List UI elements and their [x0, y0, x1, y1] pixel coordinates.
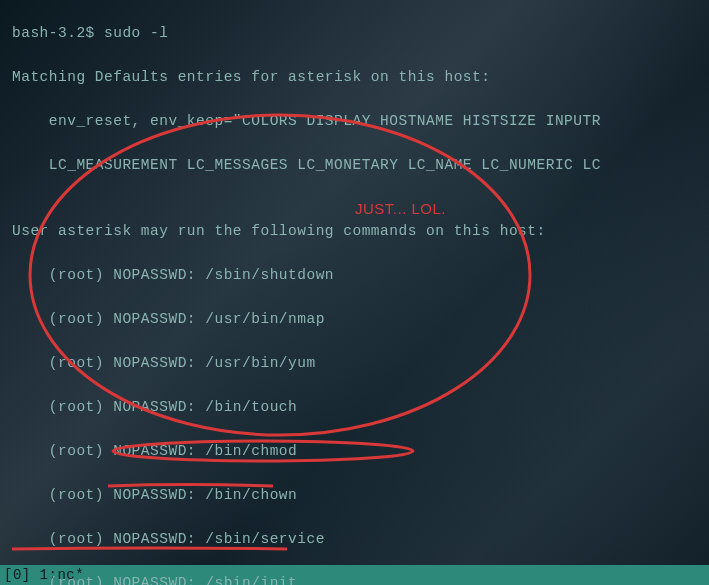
- terminal-output[interactable]: bash-3.2$ sudo -l Matching Defaults entr…: [12, 0, 709, 585]
- annotation-label: JUST... LOL.: [355, 198, 446, 220]
- sudo-entry: (root) NOPASSWD: /bin/chmod: [12, 440, 709, 462]
- sudo-entry: (root) NOPASSWD: /sbin/shutdown: [12, 264, 709, 286]
- sudo-entry: (root) NOPASSWD: /sbin/init: [12, 572, 709, 585]
- sudo-entry: (root) NOPASSWD: /usr/bin/yum: [12, 352, 709, 374]
- output-line: User asterisk may run the following comm…: [12, 220, 709, 242]
- output-line: LC_MEASUREMENT LC_MESSAGES LC_MONETARY L…: [12, 154, 709, 176]
- shell-prompt: bash-3.2$: [12, 25, 104, 41]
- sudo-entry: (root) NOPASSWD: /usr/bin/nmap: [12, 308, 709, 330]
- output-line: env_reset, env_keep="COLORS DISPLAY HOST…: [12, 110, 709, 132]
- sudo-entry: (root) NOPASSWD: /bin/chown: [12, 484, 709, 506]
- output-line: Matching Defaults entries for asterisk o…: [12, 66, 709, 88]
- sudo-entry: (root) NOPASSWD: /bin/touch: [12, 396, 709, 418]
- command: sudo -l: [104, 25, 168, 41]
- sudo-entry: (root) NOPASSWD: /sbin/service: [12, 528, 709, 550]
